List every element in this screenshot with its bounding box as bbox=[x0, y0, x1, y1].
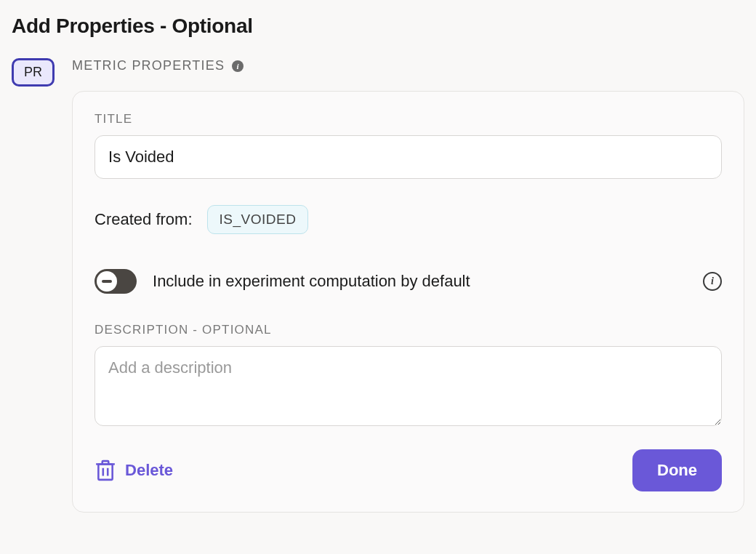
created-from-row: Created from: IS_VOIDED bbox=[94, 205, 722, 234]
pr-chip[interactable]: PR bbox=[12, 58, 55, 87]
section-heading-text: METRIC PROPERTIES bbox=[72, 58, 225, 73]
done-button[interactable]: Done bbox=[632, 449, 722, 491]
delete-button[interactable]: Delete bbox=[94, 457, 174, 484]
main-column: METRIC PROPERTIES i TITLE Created from: … bbox=[72, 58, 744, 513]
section-heading: METRIC PROPERTIES i bbox=[72, 58, 744, 73]
title-label: TITLE bbox=[94, 112, 722, 127]
toggle-thumb bbox=[97, 271, 117, 292]
created-from-label: Created from: bbox=[94, 210, 193, 229]
page-title: Add Properties - Optional bbox=[12, 15, 744, 38]
card-footer: Delete Done bbox=[94, 449, 722, 491]
properties-card: TITLE Created from: IS_VOIDED Include in… bbox=[72, 91, 744, 513]
trash-icon bbox=[96, 459, 115, 481]
description-input[interactable] bbox=[94, 346, 722, 426]
include-default-toggle[interactable] bbox=[94, 269, 137, 294]
toggle-label: Include in experiment computation by def… bbox=[153, 272, 687, 291]
source-chip: IS_VOIDED bbox=[207, 205, 309, 234]
info-icon[interactable]: i bbox=[703, 272, 722, 291]
minus-icon bbox=[102, 280, 112, 283]
info-icon[interactable]: i bbox=[232, 60, 244, 72]
content-row: PR METRIC PROPERTIES i TITLE Created fro… bbox=[12, 58, 744, 513]
description-label: DESCRIPTION - OPTIONAL bbox=[94, 323, 722, 337]
delete-label: Delete bbox=[125, 461, 173, 480]
toggle-row: Include in experiment computation by def… bbox=[94, 269, 722, 294]
title-input[interactable] bbox=[94, 135, 722, 179]
svg-rect-0 bbox=[98, 464, 112, 479]
